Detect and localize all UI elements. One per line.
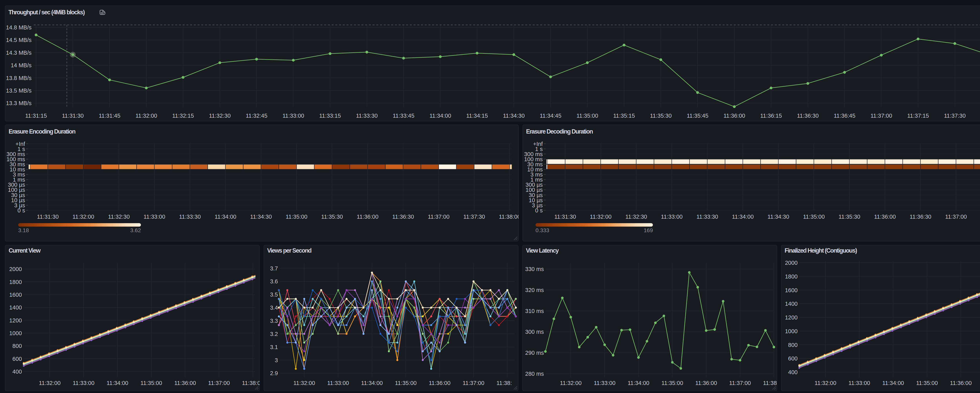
svg-text:330 ms: 330 ms: [525, 266, 544, 272]
svg-text:11:33:00: 11:33:00: [73, 380, 94, 386]
svg-text:11:36:00: 11:36:00: [429, 380, 450, 386]
svg-text:2000: 2000: [9, 266, 22, 272]
svg-text:11:36:15: 11:36:15: [760, 113, 782, 119]
svg-text:11:35:30: 11:35:30: [650, 113, 672, 119]
svg-text:11:34:30: 11:34:30: [250, 214, 272, 220]
svg-text:11:32:15: 11:32:15: [172, 113, 194, 119]
svg-text:11:36:00: 11:36:00: [950, 380, 972, 386]
svg-text:Erasure Encoding Duration: Erasure Encoding Duration: [9, 128, 75, 135]
svg-text:2.9: 2.9: [270, 370, 278, 376]
svg-text:280 ms: 280 ms: [525, 371, 544, 377]
svg-text:11:34:00: 11:34:00: [430, 113, 451, 119]
svg-text:Throughput / sec (4MiB blocks): Throughput / sec (4MiB blocks): [8, 9, 85, 16]
svg-text:11:32:00: 11:32:00: [815, 380, 836, 386]
svg-text:11:38:00: 11:38:00: [763, 380, 785, 386]
svg-text:3.62: 3.62: [130, 227, 141, 233]
svg-text:View Latency: View Latency: [526, 247, 559, 254]
svg-text:11:32:00: 11:32:00: [39, 380, 60, 386]
svg-text:11:31:30: 11:31:30: [37, 214, 59, 220]
svg-text:11:34:00: 11:34:00: [882, 380, 904, 386]
svg-text:11:33:00: 11:33:00: [661, 214, 682, 220]
svg-text:11:34:00: 11:34:00: [628, 380, 649, 386]
svg-text:11:36:30: 11:36:30: [392, 214, 414, 220]
svg-text:11:31:15: 11:31:15: [25, 113, 47, 119]
svg-text:11:37:30: 11:37:30: [944, 113, 966, 119]
svg-text:11:35:45: 11:35:45: [687, 113, 708, 119]
svg-text:11:33:00: 11:33:00: [594, 380, 616, 386]
svg-text:11:32:30: 11:32:30: [625, 214, 647, 220]
svg-text:11:34:00: 11:34:00: [361, 380, 383, 386]
svg-text:1600: 1600: [785, 287, 798, 293]
svg-text:14.8 MB/s: 14.8 MB/s: [6, 24, 32, 30]
svg-text:11:37:00: 11:37:00: [463, 380, 484, 386]
svg-text:11:36:30: 11:36:30: [910, 214, 931, 220]
svg-text:11:36:00: 11:36:00: [724, 113, 745, 119]
svg-text:1800: 1800: [785, 273, 798, 280]
svg-text:11:33:00: 11:33:00: [327, 380, 349, 386]
svg-text:Views per Second: Views per Second: [267, 247, 312, 254]
svg-text:11:38:00: 11:38:00: [242, 380, 264, 386]
svg-text:3.6: 3.6: [270, 278, 278, 284]
svg-text:11:36:45: 11:36:45: [834, 113, 856, 119]
svg-text:0.333: 0.333: [536, 227, 549, 233]
svg-text:2000: 2000: [785, 260, 798, 266]
svg-text:Finalized Height (Contiguous): Finalized Height (Contiguous): [784, 247, 857, 254]
svg-text:11:32:45: 11:32:45: [246, 113, 267, 119]
svg-text:0 s: 0 s: [18, 207, 25, 214]
svg-text:1400: 1400: [9, 304, 22, 311]
svg-text:1400: 1400: [785, 300, 798, 307]
svg-text:3.2: 3.2: [270, 331, 278, 337]
svg-text:11:31:30: 11:31:30: [554, 214, 576, 220]
svg-text:11:33:30: 11:33:30: [697, 214, 718, 220]
svg-text:11:34:45: 11:34:45: [540, 113, 562, 119]
svg-text:11:37:15: 11:37:15: [907, 113, 929, 119]
svg-text:11:37:00: 11:37:00: [729, 380, 751, 386]
svg-text:3.18: 3.18: [18, 227, 29, 233]
svg-text:1600: 1600: [9, 292, 22, 298]
svg-text:11:33:30: 11:33:30: [179, 214, 201, 220]
svg-text:11:31:45: 11:31:45: [99, 113, 121, 119]
svg-text:11:36:00: 11:36:00: [174, 380, 196, 386]
svg-text:11:33:45: 11:33:45: [393, 113, 415, 119]
svg-text:11:35:15: 11:35:15: [613, 113, 635, 119]
svg-text:11:34:00: 11:34:00: [107, 380, 128, 386]
svg-text:1000: 1000: [9, 330, 22, 336]
svg-text:Current View: Current View: [9, 247, 41, 254]
svg-text:11:32:30: 11:32:30: [108, 214, 130, 220]
svg-text:11:33:00: 11:33:00: [848, 380, 870, 386]
svg-text:3.4: 3.4: [270, 305, 278, 311]
svg-text:600: 600: [788, 355, 797, 362]
svg-text:13.5 MB/s: 13.5 MB/s: [6, 88, 32, 94]
svg-text:320 ms: 320 ms: [525, 287, 544, 293]
svg-text:11:36:00: 11:36:00: [357, 214, 379, 220]
svg-text:1000: 1000: [785, 328, 798, 334]
svg-text:11:32:00: 11:32:00: [590, 214, 611, 220]
svg-text:14 MB/s: 14 MB/s: [11, 62, 32, 69]
svg-text:11:33:00: 11:33:00: [282, 113, 304, 119]
svg-text:300 ms: 300 ms: [525, 329, 544, 335]
svg-text:11:35:00: 11:35:00: [286, 214, 307, 220]
svg-text:11:34:00: 11:34:00: [215, 214, 236, 220]
svg-text:1800: 1800: [9, 279, 22, 285]
svg-text:14.5 MB/s: 14.5 MB/s: [6, 37, 32, 43]
svg-text:11:35:00: 11:35:00: [916, 380, 938, 386]
svg-text:Erasure Decoding Duration: Erasure Decoding Duration: [526, 128, 593, 135]
svg-text:11:33:30: 11:33:30: [356, 113, 378, 119]
svg-text:11:37:00: 11:37:00: [208, 380, 230, 386]
svg-text:11:37:00: 11:37:00: [945, 214, 967, 220]
svg-text:11:34:00: 11:34:00: [732, 214, 754, 220]
svg-text:3.5: 3.5: [270, 291, 278, 298]
svg-text:11:31:30: 11:31:30: [62, 113, 84, 119]
svg-text:169: 169: [644, 227, 653, 233]
svg-text:600: 600: [12, 356, 22, 362]
svg-text:310 ms: 310 ms: [525, 308, 544, 314]
svg-text:11:36:30: 11:36:30: [797, 113, 819, 119]
svg-text:3.3: 3.3: [270, 318, 278, 324]
svg-text:11:34:30: 11:34:30: [503, 113, 525, 119]
svg-text:11:32:00: 11:32:00: [293, 380, 315, 386]
svg-text:11:34:30: 11:34:30: [768, 214, 789, 220]
svg-text:1200: 1200: [9, 317, 22, 324]
svg-text:290 ms: 290 ms: [525, 350, 544, 356]
svg-text:800: 800: [788, 342, 797, 348]
svg-text:11:37:30: 11:37:30: [463, 214, 485, 220]
